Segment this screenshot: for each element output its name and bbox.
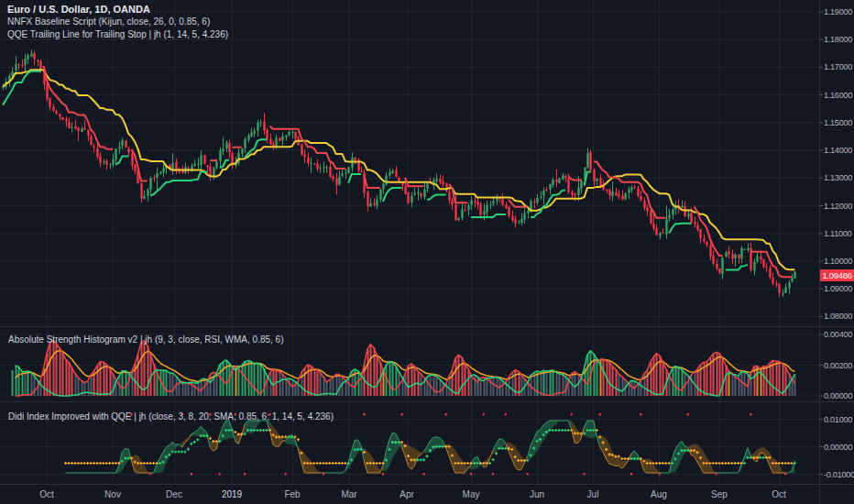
svg-text:1.16000: 1.16000 bbox=[824, 91, 852, 100]
last-price-label: 1.09486 bbox=[820, 269, 854, 281]
svg-text:Oct: Oct bbox=[39, 489, 54, 499]
svg-text:Sep: Sep bbox=[711, 489, 728, 499]
ash-pane-label[interactable]: Absolute Strength Histogram v2 | jh (9, … bbox=[8, 334, 284, 345]
svg-text:1.18000: 1.18000 bbox=[824, 35, 852, 44]
svg-text:Jun: Jun bbox=[530, 489, 544, 499]
svg-text:1.11000: 1.11000 bbox=[824, 229, 852, 238]
svg-text:1.08000: 1.08000 bbox=[824, 312, 852, 321]
svg-text:0.00200: 0.00200 bbox=[824, 361, 852, 370]
svg-text:Apr: Apr bbox=[400, 489, 414, 499]
svg-text:May: May bbox=[463, 489, 480, 499]
didi-pane-label[interactable]: Didi Index Improved with QQE | jh (close… bbox=[8, 411, 334, 422]
svg-text:Nov: Nov bbox=[104, 489, 121, 499]
svg-text:0.00000: 0.00000 bbox=[824, 443, 852, 452]
svg-text:Feb: Feb bbox=[284, 489, 301, 499]
svg-text:Mar: Mar bbox=[341, 489, 357, 499]
chart-canvas[interactable]: 1.190001.180001.170001.160001.150001.140… bbox=[0, 0, 854, 504]
svg-text:1.13000: 1.13000 bbox=[824, 173, 852, 182]
svg-text:1.15000: 1.15000 bbox=[824, 118, 852, 127]
svg-text:0.01000: 0.01000 bbox=[824, 415, 852, 424]
svg-text:1.19000: 1.19000 bbox=[824, 7, 852, 16]
trading-chart-window: Euro / U.S. Dollar, 1D, OANDA NNFX Basel… bbox=[0, 0, 854, 504]
svg-text:Oct: Oct bbox=[772, 489, 786, 499]
indicator-qqe-label[interactable]: QQE Trailing Line for Trailing Stop | jh… bbox=[7, 28, 228, 41]
chart-legend: Euro / U.S. Dollar, 1D, OANDA NNFX Basel… bbox=[7, 3, 228, 41]
indicator-baseline-label[interactable]: NNFX Baseline Script (Kijun, close, 26, … bbox=[7, 16, 228, 28]
svg-text:Aug: Aug bbox=[651, 489, 667, 499]
svg-text:1.17000: 1.17000 bbox=[824, 62, 852, 71]
candlestick-series bbox=[2, 49, 795, 297]
svg-text:1.14000: 1.14000 bbox=[824, 146, 852, 155]
svg-text:0.00400: 0.00400 bbox=[824, 330, 852, 339]
svg-text:Jul: Jul bbox=[587, 489, 599, 499]
kijun-baseline-line bbox=[3, 70, 794, 269]
svg-text:1.10000: 1.10000 bbox=[824, 257, 852, 266]
price-axis[interactable]: 1.190001.180001.170001.160001.150001.140… bbox=[820, 7, 854, 479]
symbol-title[interactable]: Euro / U.S. Dollar, 1D, OANDA bbox=[7, 3, 228, 16]
svg-text:1.12000: 1.12000 bbox=[824, 202, 852, 211]
ash-histogram-pane bbox=[13, 341, 795, 397]
svg-text:2019: 2019 bbox=[222, 489, 243, 499]
didi-index-pane bbox=[64, 413, 796, 475]
svg-text:1.09000: 1.09000 bbox=[824, 284, 852, 293]
svg-text:Dec: Dec bbox=[166, 489, 182, 499]
svg-text:0.00000: 0.00000 bbox=[824, 391, 852, 400]
time-axis[interactable]: OctNovDec2019FebMarAprMayJunJulAugSepOct bbox=[39, 489, 786, 499]
svg-text:-0.01000: -0.01000 bbox=[824, 470, 854, 479]
